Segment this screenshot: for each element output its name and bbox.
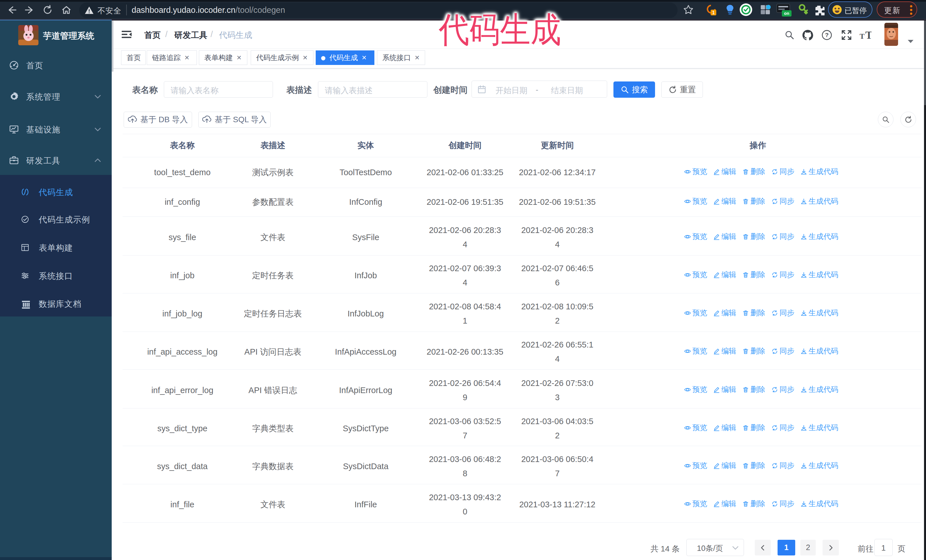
svg-text:T: T [865,29,872,41]
svg-text:1: 1 [712,10,715,15]
svg-text:T: T [859,32,864,41]
svg-text:on: on [784,11,789,16]
svg-text:?: ? [825,32,829,38]
